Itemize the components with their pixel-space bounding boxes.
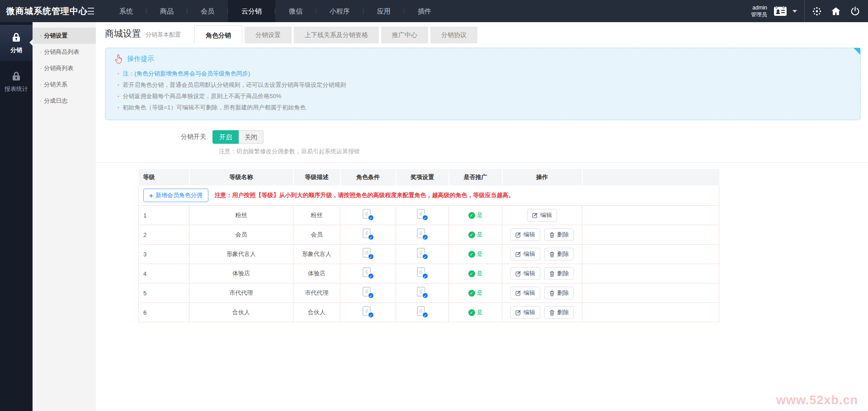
table-row: 1 粉丝 粉丝 是 编辑 xyxy=(139,206,719,225)
delete-button[interactable]: 删除 xyxy=(544,248,574,260)
switch-note: 注意：切勿频繁修改分佣参数，容易引起系统运算报错 xyxy=(219,147,868,156)
edit-button[interactable]: 编辑 xyxy=(510,287,540,299)
reward-setting-icon[interactable] xyxy=(416,209,429,221)
notice-fold-icon[interactable] xyxy=(854,48,860,55)
page-title: 商城设置 xyxy=(105,28,141,40)
promote-status: 是 xyxy=(468,269,483,278)
breadcrumb: 商城设置 分销基本配置 xyxy=(105,28,181,40)
nav-item-plugins[interactable]: 插件 xyxy=(404,0,445,22)
tab-role-distribution[interactable]: 角色分销 xyxy=(194,25,242,44)
watermark: www.52xb.cn xyxy=(776,393,858,407)
table-row: 6 合伙人 合伙人 是 编辑 删除 xyxy=(139,303,719,322)
sidebar-item-distribution-settings[interactable]: 分销设置 xyxy=(33,28,96,44)
nav-item-goods[interactable]: 商品 xyxy=(146,0,187,22)
trash-icon xyxy=(549,310,555,316)
icon-rail: 分销 报表统计 xyxy=(0,22,33,411)
header-level: 等级 xyxy=(139,169,189,185)
delete-button[interactable]: 删除 xyxy=(544,267,574,280)
edit-button[interactable]: 编辑 xyxy=(510,248,540,260)
edit-icon xyxy=(515,271,521,277)
desc-cell: 粉丝 xyxy=(293,206,340,225)
promote-status: 是 xyxy=(468,250,483,258)
nav-item-member[interactable]: 会员 xyxy=(187,0,228,22)
add-role-button[interactable]: 新增会员角色分佣 xyxy=(143,189,208,202)
header-spacer xyxy=(582,169,719,185)
delete-button[interactable]: 删除 xyxy=(544,306,574,319)
reward-setting-icon[interactable] xyxy=(416,248,429,260)
sidebar-item-distributor-list[interactable]: 分销商列表 xyxy=(33,60,96,76)
topbar-divider xyxy=(804,0,805,22)
nav-item-apps[interactable]: 应用 xyxy=(363,0,404,22)
trash-icon xyxy=(549,232,555,238)
promote-status: 是 xyxy=(468,289,483,297)
switch-label: 分销开关 xyxy=(96,133,212,141)
reward-setting-icon[interactable] xyxy=(416,287,429,298)
nav-item-wechat[interactable]: 微信 xyxy=(275,0,316,22)
role-condition-icon[interactable] xyxy=(362,248,374,260)
reward-setting-icon[interactable] xyxy=(416,228,429,240)
level-cell: 6 xyxy=(139,303,189,322)
role-condition-icon[interactable] xyxy=(362,306,374,318)
level-cell: 4 xyxy=(139,264,189,283)
role-condition-icon[interactable] xyxy=(362,287,374,298)
sidebar-item-distribution-goods[interactable]: 分销商品列表 xyxy=(33,44,96,60)
name-cell: 市代代理 xyxy=(189,283,293,303)
chevron-down-icon[interactable] xyxy=(793,10,797,13)
desc-cell: 会员 xyxy=(293,225,340,245)
name-cell: 合伙人 xyxy=(189,303,293,322)
desc-cell: 市代代理 xyxy=(293,283,340,303)
sidebar-toggle-icon[interactable] xyxy=(84,8,94,15)
sidebar-item-commission-log[interactable]: 分成日志 xyxy=(33,93,96,109)
profile-card-button[interactable] xyxy=(771,0,790,22)
tab-distribution-settings[interactable]: 分销设置 xyxy=(245,27,292,43)
edit-button[interactable]: 编辑 xyxy=(510,228,540,241)
cache-refresh-button[interactable] xyxy=(807,0,826,22)
name-cell: 会员 xyxy=(189,225,293,245)
nav-item-system[interactable]: 系统 xyxy=(106,0,146,22)
level-cell: 3 xyxy=(139,245,189,264)
check-icon xyxy=(468,231,475,238)
switch-off-button[interactable]: 关闭 xyxy=(239,130,264,144)
edit-button[interactable]: 编辑 xyxy=(510,306,540,319)
page-header: 商城设置 分销基本配置 角色分销 分销设置 上下线关系及分销资格 推广中心 分销… xyxy=(96,22,868,44)
section-divider xyxy=(96,162,868,163)
id-card-icon xyxy=(774,6,787,17)
header-reward-setting: 奖项设置 xyxy=(396,169,449,185)
edit-icon xyxy=(515,290,521,296)
edit-icon xyxy=(532,213,538,218)
rail-item-label: 分销 xyxy=(10,46,22,54)
tab-distribution-agreement[interactable]: 分销协议 xyxy=(430,27,477,43)
reward-setting-icon[interactable] xyxy=(416,267,429,279)
nav-item-miniprogram[interactable]: 小程序 xyxy=(316,0,363,22)
rail-item-distribution[interactable]: 分销 xyxy=(0,25,33,61)
rail-item-reports[interactable]: 报表统计 xyxy=(0,64,33,100)
home-button[interactable] xyxy=(826,0,845,22)
role-condition-icon[interactable] xyxy=(362,209,374,221)
tab-promotion-center[interactable]: 推广中心 xyxy=(381,27,428,43)
notice-item: 注：(角色分销新增角色将会与会员等级角色同步) xyxy=(114,68,852,79)
desc-cell: 形象代言人 xyxy=(293,245,340,264)
delete-button[interactable]: 删除 xyxy=(544,287,574,299)
nav-item-distribution[interactable]: 云分销 xyxy=(228,0,275,22)
role-table: 等级 等级名称 等级描述 角色条件 奖项设置 是否推广 操作 新增会员角色分佣 xyxy=(138,169,719,322)
switch-on-button[interactable]: 开启 xyxy=(212,130,239,144)
tab-upline-downline[interactable]: 上下线关系及分销资格 xyxy=(294,27,379,43)
sidebar-item-distribution-relation[interactable]: 分销关系 xyxy=(33,76,96,93)
notice-item: 若开启角色分销，普通会员启用默认分销规则，还可以去设置分销商等级设定分销规则 xyxy=(114,79,852,90)
promote-status: 是 xyxy=(468,231,483,239)
edit-button[interactable]: 编辑 xyxy=(527,209,557,222)
lock-icon xyxy=(11,32,22,43)
role-condition-icon[interactable] xyxy=(362,267,374,279)
header-role-condition: 角色条件 xyxy=(340,169,396,185)
table-row: 3 形象代言人 形象代言人 是 编辑 删除 xyxy=(139,245,719,264)
notice-title: 操作提示 xyxy=(127,55,154,63)
delete-button[interactable]: 删除 xyxy=(544,228,574,241)
table-toolbar-row: 新增会员角色分佣 注意：用户按照【等级】从小到大的顺序升级，请按照角色的高级程度… xyxy=(139,185,719,206)
logout-button[interactable] xyxy=(845,0,864,22)
table-row: 5 市代代理 市代代理 是 编辑 删除 xyxy=(139,283,719,303)
reward-setting-icon[interactable] xyxy=(416,306,429,318)
table-row: 2 会员 会员 是 编辑 删除 xyxy=(139,225,719,245)
edit-icon xyxy=(515,251,521,257)
edit-button[interactable]: 编辑 xyxy=(510,267,540,280)
role-condition-icon[interactable] xyxy=(362,228,374,240)
